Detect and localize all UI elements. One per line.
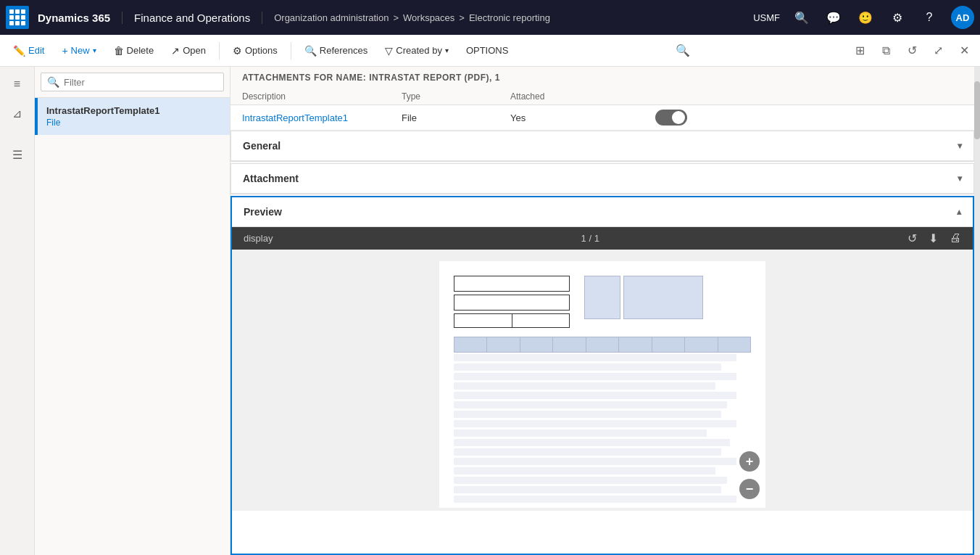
pdf-th-8 bbox=[685, 337, 718, 352]
hamburger-icon[interactable]: ≡ bbox=[6, 73, 29, 96]
preview-section: Preview ▴ display 1 / 1 ↺ ⬇ 🖨 bbox=[231, 196, 974, 555]
preview-section-label: Preview bbox=[244, 206, 282, 218]
help-icon[interactable]: ? bbox=[919, 7, 939, 28]
pdf-th-2 bbox=[487, 337, 520, 352]
module-label: Finance and Operations bbox=[134, 12, 262, 24]
side-icons-panel: ≡ ⊿ ☰ bbox=[0, 67, 35, 555]
attachment-header: ATTACHMENTS FOR NAME: INTRASTAT REPORT (… bbox=[231, 67, 974, 89]
breadcrumb: Organization administration > Workspaces… bbox=[274, 12, 753, 23]
search-icon[interactable]: 🔍 bbox=[792, 7, 812, 28]
pdf-th-3 bbox=[520, 337, 553, 352]
pdf-refresh-icon[interactable]: ↺ bbox=[908, 231, 917, 245]
created-by-button[interactable]: ▽ Created by ▾ bbox=[378, 42, 456, 59]
attached-toggle[interactable] bbox=[655, 110, 687, 126]
general-section-header[interactable]: General ▾ bbox=[231, 131, 973, 161]
app-grid-button[interactable] bbox=[6, 6, 29, 29]
refresh-icon[interactable]: ↺ bbox=[902, 41, 922, 61]
breadcrumb-workspaces[interactable]: Workspaces bbox=[403, 12, 454, 23]
references-button[interactable]: 🔍 References bbox=[297, 42, 375, 59]
edit-icon: ✏️ bbox=[13, 45, 25, 57]
general-section: General ▾ bbox=[231, 131, 974, 162]
pdf-right-boxes bbox=[584, 276, 703, 328]
options2-button[interactable]: OPTIONS bbox=[459, 42, 516, 59]
new-chevron-icon: ▾ bbox=[93, 46, 96, 54]
attachment-data-row: IntrastatReportTemplate1 File Yes bbox=[231, 105, 974, 131]
toggle-thumb bbox=[672, 111, 685, 124]
edit-button[interactable]: ✏️ Edit bbox=[6, 42, 51, 59]
filter-area: 🔍 bbox=[35, 67, 230, 98]
preview-section-header[interactable]: Preview ▴ bbox=[232, 197, 973, 227]
pdf-page-info: 1 / 1 bbox=[581, 233, 599, 244]
environment-label: USMF bbox=[753, 12, 780, 23]
pdf-row-4 bbox=[454, 382, 715, 390]
avatar[interactable]: AD bbox=[951, 6, 974, 29]
attachment-attached: Yes bbox=[510, 112, 655, 123]
main-layout: ≡ ⊿ ☰ 🔍 IntrastatReportTemplate1 File AT… bbox=[0, 67, 980, 555]
top-navigation: Dynamics 365 Finance and Operations Orga… bbox=[0, 0, 980, 35]
pdf-row-15 bbox=[454, 486, 721, 493]
settings-icon[interactable]: ⚙ bbox=[887, 7, 908, 28]
col-type: Type bbox=[402, 91, 510, 102]
filter-side-icon[interactable]: ⊿ bbox=[6, 102, 29, 125]
attachment-section: Attachment ▾ bbox=[231, 163, 974, 194]
pdf-row-9 bbox=[454, 429, 707, 437]
list-item[interactable]: IntrastatReportTemplate1 File bbox=[35, 98, 230, 135]
pdf-th-9 bbox=[718, 337, 750, 352]
delete-icon: 🗑 bbox=[114, 45, 124, 57]
attachment-section-header[interactable]: Attachment ▾ bbox=[231, 164, 973, 194]
breadcrumb-sep2: > bbox=[459, 12, 465, 23]
delete-button[interactable]: 🗑 Delete bbox=[107, 42, 162, 59]
pdf-row-5 bbox=[454, 392, 736, 399]
smiley-icon[interactable]: 🙂 bbox=[855, 7, 876, 28]
pdf-toolbar-icons: ↺ ⬇ 🖨 bbox=[908, 231, 961, 245]
pdf-page-wrap[interactable]: + − bbox=[232, 250, 973, 511]
open-button[interactable]: ↗ Open bbox=[164, 42, 213, 59]
col-attached: Attached bbox=[510, 91, 655, 102]
pdf-row-8 bbox=[454, 420, 736, 427]
attachment-section-label: Attachment bbox=[243, 173, 299, 184]
pdf-th-5 bbox=[586, 337, 619, 352]
col-description: Description bbox=[242, 91, 402, 102]
windows-icon[interactable]: ⧉ bbox=[876, 41, 896, 61]
nav-icons: 🔍 💬 🙂 ⚙ ? AD bbox=[792, 6, 974, 29]
list-item-subtitle: File bbox=[46, 118, 221, 128]
scrollbar[interactable] bbox=[974, 67, 980, 555]
grid-icon[interactable]: ⊞ bbox=[850, 41, 870, 61]
pdf-page: + − bbox=[439, 261, 765, 508]
pdf-container: + − bbox=[232, 250, 973, 511]
references-icon: 🔍 bbox=[304, 45, 317, 57]
filter-search-icon: 🔍 bbox=[47, 76, 59, 88]
pdf-download-icon[interactable]: ⬇ bbox=[929, 231, 938, 245]
breadcrumb-reporting[interactable]: Electronic reporting bbox=[469, 12, 550, 23]
attachment-description[interactable]: IntrastatReportTemplate1 bbox=[242, 112, 402, 123]
pdf-viewer: display 1 / 1 ↺ ⬇ 🖨 bbox=[232, 227, 973, 511]
created-by-chevron-icon: ▾ bbox=[445, 46, 449, 54]
attachment-type: File bbox=[402, 112, 510, 123]
pdf-row-12 bbox=[454, 458, 736, 465]
pdf-row-14 bbox=[454, 477, 727, 484]
close-icon[interactable]: ✕ bbox=[954, 41, 974, 61]
list-icon[interactable]: ☰ bbox=[6, 143, 29, 166]
new-button[interactable]: + New ▾ bbox=[54, 42, 103, 59]
pdf-print-icon[interactable]: 🖨 bbox=[950, 231, 961, 245]
toolbar-search-icon[interactable]: 🔍 bbox=[673, 41, 693, 61]
pdf-row-2 bbox=[454, 363, 721, 371]
filter-input-container: 🔍 bbox=[41, 73, 224, 91]
list-panel: 🔍 IntrastatReportTemplate1 File bbox=[35, 67, 231, 555]
chat-icon[interactable]: 💬 bbox=[823, 7, 844, 28]
pdf-toolbar: display 1 / 1 ↺ ⬇ 🖨 bbox=[232, 227, 973, 250]
filter-input[interactable] bbox=[64, 77, 217, 88]
breadcrumb-org[interactable]: Organization administration bbox=[274, 12, 389, 23]
pdf-th-1 bbox=[454, 337, 487, 352]
toolbar: ✏️ Edit + New ▾ 🗑 Delete ↗ Open ⚙ Option… bbox=[0, 35, 980, 67]
options-icon: ⚙ bbox=[233, 45, 242, 57]
zoom-out-button[interactable]: − bbox=[739, 479, 760, 499]
zoom-in-button[interactable]: + bbox=[739, 451, 760, 472]
pdf-box-sm bbox=[584, 276, 620, 319]
expand-icon[interactable]: ⤢ bbox=[928, 41, 948, 61]
columns-row: Description Type Attached bbox=[231, 89, 974, 105]
pdf-header-area bbox=[454, 276, 751, 328]
new-icon: + bbox=[62, 45, 67, 57]
pdf-title-line1 bbox=[454, 276, 570, 292]
options-button[interactable]: ⚙ Options bbox=[225, 42, 285, 59]
